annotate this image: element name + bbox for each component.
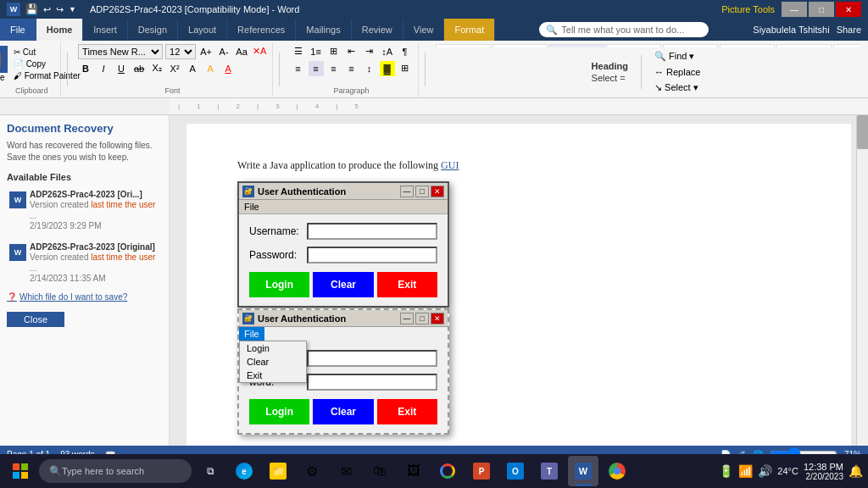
edge-icon[interactable]: e	[229, 456, 259, 486]
quick-access-undo[interactable]: ↩	[43, 4, 51, 15]
dialog-1-max[interactable]: □	[415, 186, 429, 197]
dialog-1-min[interactable]: —	[400, 186, 414, 197]
chrome-taskbar-icon[interactable]	[602, 456, 632, 486]
tab-insert[interactable]: Insert	[83, 19, 128, 41]
dialog-2-menu[interactable]: File	[239, 327, 264, 341]
highlight-button[interactable]: A	[203, 61, 218, 76]
exit-button-1[interactable]: Exit	[377, 272, 437, 297]
explorer-icon[interactable]: 📁	[263, 456, 293, 486]
tell-me-input[interactable]: Tell me what you want to do...	[561, 25, 684, 35]
clear-button-1[interactable]: Clear	[313, 272, 373, 297]
align-center-button[interactable]: ≡	[309, 61, 324, 76]
decrease-indent-button[interactable]: ⇤	[344, 44, 359, 59]
tab-home[interactable]: Home	[36, 19, 84, 41]
word-taskbar-btn[interactable]: W	[568, 456, 598, 486]
close-sidebar-button[interactable]: Close	[7, 312, 64, 327]
multilevel-button[interactable]: ⊞	[326, 44, 342, 59]
outlook-icon[interactable]: O	[500, 456, 531, 486]
dialog-2-close[interactable]: ✕	[431, 313, 444, 324]
tab-references[interactable]: References	[227, 19, 296, 41]
dialog-2-max[interactable]: □	[415, 313, 429, 324]
copy-button[interactable]: 📄 Copy	[11, 58, 83, 69]
login-button-1[interactable]: Login	[249, 272, 309, 297]
text-effects-button[interactable]: A	[185, 61, 200, 76]
sort-button[interactable]: ↕A	[380, 44, 395, 59]
style-subtle-em[interactable]: AaBbCcD Subtle Em...	[833, 44, 860, 47]
start-button[interactable]	[5, 456, 36, 486]
change-case-button[interactable]: Aa	[234, 44, 249, 59]
username-input[interactable]	[307, 223, 437, 240]
numbering-button[interactable]: 1≡	[309, 44, 324, 59]
font-color-button[interactable]: A	[220, 61, 236, 76]
font-size-select[interactable]: 12	[165, 44, 196, 59]
select-dropdown[interactable]: Select =	[592, 73, 628, 83]
share-btn[interactable]: Share	[837, 25, 861, 35]
grow-font-button[interactable]: A+	[198, 44, 214, 59]
format-painter-button[interactable]: 🖌 Format Painter	[11, 70, 83, 81]
quick-access-redo[interactable]: ↪	[56, 4, 64, 15]
taskbar-search-input[interactable]	[62, 466, 181, 476]
dialog-1-close[interactable]: ✕	[431, 186, 444, 197]
align-left-button[interactable]: ≡	[291, 61, 306, 76]
align-right-button[interactable]: ≡	[326, 61, 342, 76]
menu-item-clear[interactable]: Clear	[240, 355, 306, 369]
clear-button-2[interactable]: Clear	[313, 399, 373, 424]
password-input[interactable]	[307, 247, 437, 263]
style-normal[interactable]: AaBbCcl 1 Normal	[549, 44, 604, 47]
style-heading4[interactable]: AaBbCc 1 Heading 4	[436, 44, 491, 47]
show-marks-button[interactable]: ¶	[398, 44, 413, 59]
increase-indent-button[interactable]: ⇥	[362, 44, 377, 59]
notification-icon[interactable]: 🔔	[849, 464, 863, 478]
task-view-button[interactable]: ⧉	[195, 456, 225, 486]
close-button[interactable]: ✕	[836, 2, 861, 17]
dialog-2-titlebar[interactable]: 🔐 User Authentication — □ ✕	[239, 310, 448, 327]
tab-file[interactable]: File	[0, 19, 36, 41]
style-title[interactable]: AaBbC Title	[720, 44, 775, 47]
taskbar-search-box[interactable]: 🔍	[39, 459, 192, 483]
strikethrough-button[interactable]: ab	[131, 61, 147, 76]
dialog-2-min[interactable]: —	[400, 313, 414, 324]
username-input-2[interactable]	[307, 350, 437, 367]
shading-button[interactable]: ▓	[380, 61, 395, 76]
shrink-font-button[interactable]: A-	[216, 44, 231, 59]
underline-button[interactable]: U	[114, 61, 129, 76]
style-heading9[interactable]: AaBbCcC 1 Heading 9	[492, 44, 548, 47]
tab-mailings[interactable]: Mailings	[296, 19, 351, 41]
subscript-button[interactable]: X₂	[149, 61, 164, 76]
cut-button[interactable]: ✂ Cut	[11, 47, 83, 58]
dialog-1-titlebar[interactable]: 🔐 User Authentication — □ ✕	[239, 183, 448, 200]
justify-button[interactable]: ≡	[344, 61, 359, 76]
password-input-2[interactable]	[307, 374, 437, 391]
minimize-button[interactable]: —	[782, 2, 807, 17]
replace-button[interactable]: ↔ Replace	[651, 65, 704, 79]
style-subtitle[interactable]: AaBbC Subtitle	[776, 44, 832, 47]
find-button[interactable]: 🔍 Find ▾	[651, 49, 704, 64]
bold-button[interactable]: B	[78, 61, 93, 76]
style-heading1[interactable]: AaBbC Heading 1	[663, 44, 718, 47]
tab-design[interactable]: Design	[128, 19, 178, 41]
tab-review[interactable]: Review	[352, 19, 403, 41]
italic-button[interactable]: I	[96, 61, 111, 76]
menu-item-exit[interactable]: Exit	[240, 369, 306, 382]
style-nospace[interactable]: AaBbCcl 1 No Spac...	[606, 44, 661, 47]
teams-icon[interactable]: T	[534, 456, 565, 486]
line-spacing-button[interactable]: ↕	[362, 61, 377, 76]
store-icon[interactable]: 🛍	[364, 456, 395, 486]
login-button-2[interactable]: Login	[249, 399, 309, 424]
powerpoint-icon[interactable]: P	[466, 456, 497, 486]
photos-icon[interactable]: 🖼	[398, 456, 429, 486]
font-family-select[interactable]: Times New R...	[78, 44, 163, 59]
menu-item-login[interactable]: Login	[240, 341, 306, 355]
quick-access-save[interactable]: 💾	[25, 3, 38, 15]
tab-layout[interactable]: Layout	[178, 19, 227, 41]
chrome-icon[interactable]	[432, 456, 463, 486]
quick-access-customize[interactable]: ▼	[69, 5, 76, 14]
file-item-1[interactable]: W ADP262S-Prac4-2023 [Ori...] Version cr…	[7, 187, 162, 233]
maximize-button[interactable]: □	[809, 2, 834, 17]
tab-view[interactable]: View	[403, 19, 445, 41]
select-button[interactable]: ↘ Select ▾	[651, 80, 704, 95]
borders-button[interactable]: ⊞	[398, 61, 413, 76]
bullets-button[interactable]: ☰	[291, 44, 306, 59]
tab-format[interactable]: Format	[444, 19, 495, 41]
paste-button[interactable]: 📋 Paste	[0, 46, 8, 82]
